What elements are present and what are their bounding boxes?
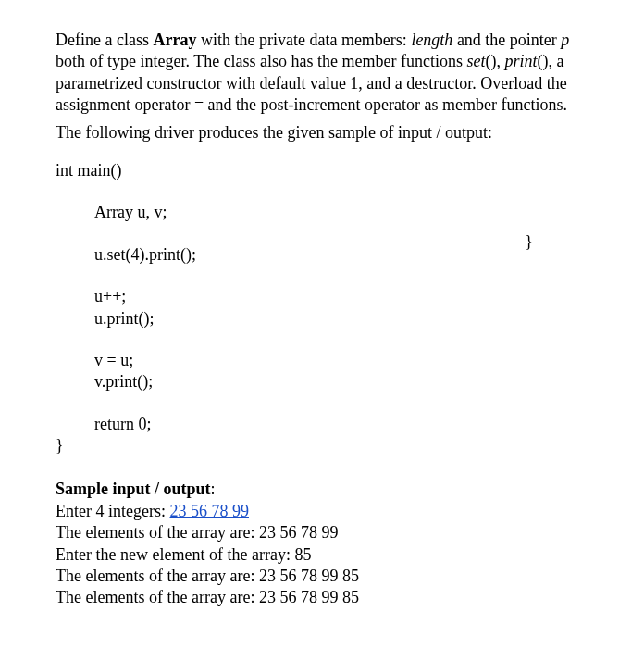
text-segment: both of type integer. The class also has… (56, 52, 467, 70)
var-p: p (561, 31, 569, 49)
fn-set: set (467, 52, 486, 70)
code-line: u.print(); (56, 308, 588, 330)
code-line: int main() (56, 160, 588, 181)
prompt-text: Enter 4 integers: (56, 502, 169, 520)
code-block: int main() Array u, v; u.set(4).print();… (56, 160, 588, 457)
var-length: length (411, 31, 452, 49)
stray-brace: } (525, 231, 533, 253)
colon: : (211, 480, 216, 498)
code-line: v = u; (56, 350, 588, 371)
text-segment: and the pointer (452, 31, 561, 49)
text-segment: Define a class (56, 31, 153, 49)
sample-header-line: Sample input / output: (56, 479, 588, 500)
code-line: u.set(4).print(); (56, 244, 588, 266)
code-line: v.print(); (56, 371, 588, 393)
sample-line: Enter the new element of the array: 85 (56, 544, 588, 566)
problem-description: Define a class Array with the private da… (56, 30, 588, 117)
sample-line: The elements of the array are: 23 56 78 … (56, 566, 588, 587)
sample-io: Sample input / output: Enter 4 integers:… (56, 479, 588, 608)
text-segment: (), (486, 52, 505, 70)
sample-header: Sample input / output (56, 480, 211, 498)
text-segment: with the private data members: (196, 31, 411, 49)
driver-intro: The following driver produces the given … (56, 122, 588, 143)
fn-print: print (505, 52, 538, 70)
sample-line: The elements of the array are: 23 56 78 … (56, 587, 588, 608)
code-line: u++; (56, 286, 588, 307)
code-line: } (56, 435, 588, 456)
code-line: Array u, v; (56, 202, 588, 223)
code-line: return 0; (56, 414, 588, 435)
class-name: Array (153, 31, 196, 49)
sample-line: The elements of the array are: 23 56 78 … (56, 522, 588, 543)
sample-line: Enter 4 integers: 23 56 78 99 (56, 501, 588, 522)
user-input: 23 56 78 99 (169, 502, 249, 520)
